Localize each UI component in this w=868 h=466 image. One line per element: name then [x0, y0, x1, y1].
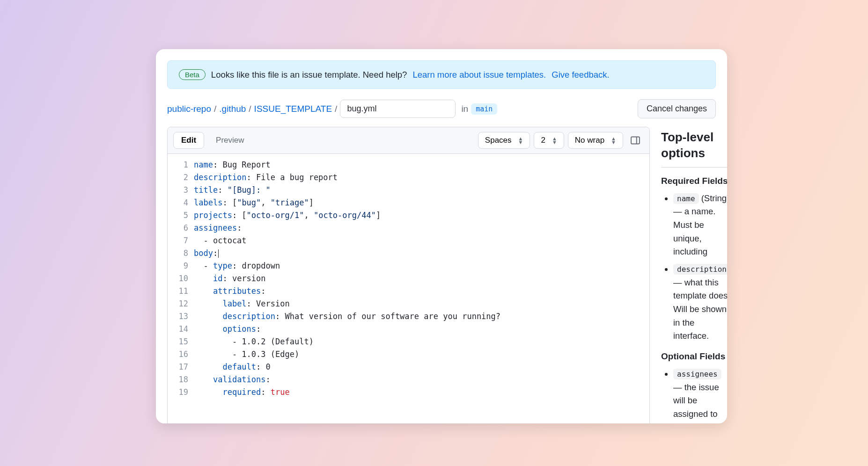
banner-learn-more-link[interactable]: Learn more about issue templates.	[412, 70, 546, 80]
beta-badge: Beta	[179, 69, 206, 80]
breadcrumb-repo[interactable]: public-repo	[167, 104, 211, 114]
code-editor[interactable]: 12345678910111213141516171819 name: Bug …	[168, 154, 649, 403]
breadcrumb-dir-issue-template[interactable]: ISSUE_TEMPLATE	[254, 104, 332, 114]
indent-mode-select[interactable]: Spaces ▲▼	[478, 132, 530, 149]
indent-size-select[interactable]: 2 ▲▼	[534, 132, 564, 149]
branch-badge[interactable]: main	[471, 103, 497, 115]
optional-fields-heading: Optional Fields	[661, 351, 727, 362]
filename-input[interactable]	[340, 100, 456, 118]
code-content[interactable]: name: Bug Reportdescription: File a bug …	[194, 154, 500, 403]
list-item: description — what this template does. W…	[673, 262, 727, 343]
indent-mode-label: Spaces	[485, 136, 512, 145]
sidebar-icon	[630, 135, 640, 146]
side-panel-toggle-button[interactable]	[627, 132, 644, 149]
editor-panel: Edit Preview Spaces ▲▼ 2 ▲▼ No wrap ▲▼	[167, 127, 650, 423]
in-label: in	[461, 104, 468, 114]
editor-card: Beta Looks like this file is an issue te…	[156, 49, 727, 423]
editor-toolbar: Edit Preview Spaces ▲▼ 2 ▲▼ No wrap ▲▼	[168, 127, 649, 154]
required-fields-list: name (String) — a name. Must be unique, …	[661, 192, 727, 343]
banner-feedback-link[interactable]: Give feedback.	[552, 70, 609, 80]
info-banner: Beta Looks like this file is an issue te…	[167, 60, 716, 89]
tab-preview[interactable]: Preview	[208, 132, 252, 149]
breadcrumb-separator: /	[335, 104, 337, 114]
sidebar-title: Top-level options	[661, 130, 727, 167]
breadcrumb-dir-github[interactable]: .github	[219, 104, 246, 114]
chevron-updown-icon: ▲▼	[552, 137, 557, 144]
tab-edit[interactable]: Edit	[173, 132, 204, 149]
code-chip: name	[673, 193, 699, 204]
code-chip: description	[673, 264, 727, 275]
chevron-updown-icon: ▲▼	[611, 137, 616, 144]
required-fields-heading: Required Fields	[661, 176, 727, 186]
svg-rect-0	[631, 137, 640, 144]
code-chip: assignees	[673, 369, 721, 379]
help-sidebar: Top-level options Required Fields name (…	[661, 127, 727, 423]
breadcrumb-separator: /	[249, 104, 251, 114]
list-item: name (String) — a name. Must be unique, …	[673, 192, 727, 259]
breadcrumb-separator: /	[214, 104, 216, 114]
cancel-changes-button[interactable]: Cancel changes	[638, 99, 716, 118]
wrap-mode-label: No wrap	[575, 136, 604, 145]
list-item: assignees — the issue will be assigned t…	[673, 367, 727, 423]
wrap-mode-select[interactable]: No wrap ▲▼	[568, 132, 623, 149]
optional-fields-list: assignees — the issue will be assigned t…	[661, 367, 727, 423]
indent-size-label: 2	[541, 136, 545, 145]
breadcrumb: public-repo / .github / ISSUE_TEMPLATE /…	[156, 95, 727, 127]
banner-text: Looks like this file is an issue templat…	[211, 70, 407, 80]
line-number-gutter: 12345678910111213141516171819	[168, 154, 194, 403]
chevron-updown-icon: ▲▼	[518, 137, 523, 144]
